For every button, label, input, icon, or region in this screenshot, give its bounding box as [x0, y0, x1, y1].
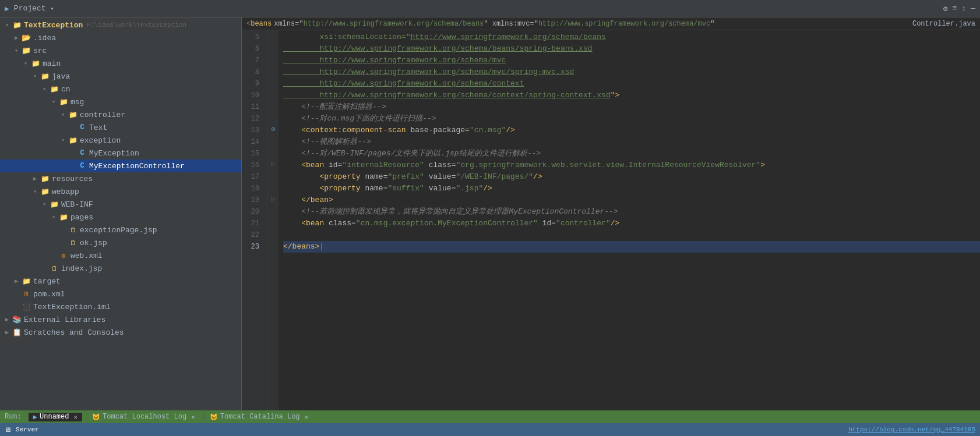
folder-icon: 📁 [49, 200, 59, 209]
sidebar-item-webinf[interactable]: ▾ 📁 WEB-INF [0, 198, 241, 211]
gutter-empty-9 [268, 77, 279, 88]
tomcat-catalina-label: Tomcat Catalina Log [220, 413, 300, 421]
sidebar-item-scratches[interactable]: ▶ 📋 Scratches and Consoles [0, 326, 241, 339]
line-num-11: 11 [242, 101, 263, 113]
sidebar-item-textexceptioniml[interactable]: ⬛ TextException.iml [0, 300, 241, 313]
gutter-empty-12 [268, 112, 279, 123]
line-num-6: 6 [242, 43, 263, 55]
sidebar-item-exceptionpage[interactable]: 🗒 exceptionPage.jsp [0, 224, 241, 236]
toolbar-icon-2[interactable]: ≡ [953, 4, 957, 13]
close-unnamed-tab[interactable]: ✕ [73, 413, 77, 421]
sidebar-item-extlibs[interactable]: ▶ 📚 External Libraries [0, 313, 241, 326]
code-line-20: <!--若前端控制器发现异常，就将异常抛向自定义异常处理器MyException… [283, 206, 980, 218]
code-line-18: <property name="suffix" value=".jsp"/> [283, 183, 980, 194]
gutter: ⊙ ▷ ▷ [268, 30, 279, 410]
status-bar: 🖥 Server https://blog.csdn.net/qq_447841… [0, 423, 980, 436]
expand-arrow: ▾ [58, 137, 68, 144]
breadcrumb-attr: xmlns="http://www.springframework.org/sc… [274, 20, 714, 28]
project-label[interactable]: Project [14, 4, 46, 13]
breadcrumb-bar: <beans xmlns="http://www.springframework… [242, 17, 980, 30]
extlib-icon: 📚 [12, 315, 22, 324]
sidebar-item-webapp[interactable]: ▾ 📁 webapp [0, 185, 241, 198]
editor-area: <beans xmlns="http://www.springframework… [242, 17, 980, 410]
sidebar-item-myexceptioncontroller[interactable]: C MyExceptionController [0, 159, 241, 172]
line-num-12: 12 [242, 113, 263, 125]
sidebar-item-exception[interactable]: ▾ 📁 exception [0, 134, 241, 147]
code-line-22 [283, 229, 980, 241]
expand-arrow: ▾ [30, 73, 40, 80]
sidebar-item-pages[interactable]: ▾ 📁 pages [0, 211, 241, 224]
tomcat-icon: 🐱 [92, 413, 100, 421]
sidebar-item-controller[interactable]: ▾ 📁 controller [0, 108, 241, 121]
sidebar-item-okjsp[interactable]: 🗒 ok.jsp [0, 236, 241, 249]
run-icon: ▶ [33, 413, 37, 421]
editor-content: 5 6 7 8 9 10 11 12 13 14 15 16 17 18 19 … [242, 30, 980, 410]
breadcrumb-text: <beans [246, 20, 272, 28]
expand-arrow: ▾ [58, 111, 68, 118]
code-line-17: <property name="prefix" value="/WEB-INF/… [283, 171, 980, 183]
sidebar-item-src[interactable]: ▾ 📁 src [0, 44, 241, 57]
expand-arrow: ▶ [2, 316, 12, 323]
line-num-5: 5 [242, 31, 263, 43]
gutter-empty-11 [268, 100, 279, 112]
code-line-11: <!--配置注解扫描器--> [283, 101, 980, 113]
expand-arrow: ▾ [30, 188, 40, 195]
folder-icon: 📁 [68, 111, 78, 119]
toolbar-icon-4[interactable]: — [971, 4, 975, 13]
project-icon: 📁 [12, 21, 22, 30]
line-num-17: 17 [242, 171, 263, 183]
line-num-19: 19 [242, 194, 263, 206]
line-num-18: 18 [242, 183, 263, 194]
top-bar: ▶ Project ▾ ⚙ ≡ ↕ — [0, 0, 980, 17]
sidebar-item-idea[interactable]: ▶ 📂 .idea [0, 31, 241, 44]
close-tomcat-catalina-tab[interactable]: ✕ [305, 413, 309, 421]
run-tab-tomcat-catalina[interactable]: 🐱 Tomcat Catalina Log ✕ [205, 413, 313, 421]
gutter-empty-8 [268, 65, 279, 77]
code-line-6: http://www.springframework.org/schema/be… [283, 43, 980, 55]
line-num-7: 7 [242, 55, 263, 66]
gutter-fold-16: ▷ [268, 158, 279, 170]
folder-icon: 📁 [30, 59, 41, 68]
jsp-file-icon: 🗒 [68, 239, 78, 247]
expand-arrow: ▾ [40, 86, 49, 93]
tomcat-localhost-label: Tomcat Localhost Log [103, 413, 186, 421]
chevron-down-icon[interactable]: ▾ [50, 5, 54, 12]
code-line-16: <bean id="internalResource" class="org.s… [283, 159, 980, 171]
run-label: Run: [5, 413, 22, 421]
gutter-empty-21 [268, 217, 279, 228]
sidebar-item-cn[interactable]: ▾ 📁 cn [0, 83, 241, 95]
sidebar-item-webxml[interactable]: ⚙ web.xml [0, 249, 241, 262]
code-line-15: <!--对/WEB-INF/pages/文件夹下的以.jsp结尾的文件进行解析-… [283, 148, 980, 159]
csdn-link[interactable]: https://blog.csdn.net/qq_44784185 [848, 426, 975, 433]
server-status-icon: 🖥 [5, 426, 11, 434]
jsp-file-icon: 🗒 [68, 226, 78, 234]
folder-icon: 📂 [21, 33, 31, 42]
sidebar-item-target[interactable]: ▶ 📁 target [0, 275, 241, 288]
sidebar-item-textexception[interactable]: ▾ 📁 TextException F:\idea\work\TextExcep… [0, 19, 241, 31]
gutter-empty-5 [268, 30, 279, 42]
code-area[interactable]: xsi:schemaLocation="http://www.springfra… [279, 30, 980, 410]
line-num-23: 23 [242, 241, 263, 253]
sidebar-item-indexjsp[interactable]: 🗒 index.jsp [0, 262, 241, 275]
toolbar-icon-1[interactable]: ⚙ [943, 4, 948, 13]
sidebar-item-pomxml[interactable]: m pom.xml [0, 288, 241, 300]
status-right: https://blog.csdn.net/qq_44784185 [848, 426, 975, 433]
toolbar-icon-3[interactable]: ↕ [961, 4, 966, 13]
sidebar-item-msg[interactable]: ▾ 📁 msg [0, 95, 241, 108]
folder-icon: 📁 [40, 175, 50, 183]
server-label: Server [16, 426, 39, 433]
run-tab-tomcat-localhost[interactable]: 🐱 Tomcat Localhost Log ✕ [87, 413, 200, 421]
close-tomcat-localhost-tab[interactable]: ✕ [191, 413, 195, 421]
expand-arrow: ▶ [12, 34, 21, 41]
java-file-icon: C [77, 123, 87, 132]
src-folder-icon: 📁 [21, 46, 31, 55]
sidebar-item-main[interactable]: ▾ 📁 main [0, 57, 241, 70]
run-tab-unnamed-label: Unnamed [40, 413, 69, 421]
run-tab-unnamed[interactable]: ▶ Unnamed ✕ [29, 413, 82, 421]
sidebar-item-myexception[interactable]: C MyException [0, 147, 241, 159]
sidebar-item-text[interactable]: C Text [0, 121, 241, 134]
folder-icon: 📁 [58, 98, 69, 107]
sidebar-item-resources[interactable]: ▶ 📁 resources [0, 172, 241, 185]
sidebar-item-java[interactable]: ▾ 📁 java [0, 70, 241, 83]
line-num-8: 8 [242, 66, 263, 78]
